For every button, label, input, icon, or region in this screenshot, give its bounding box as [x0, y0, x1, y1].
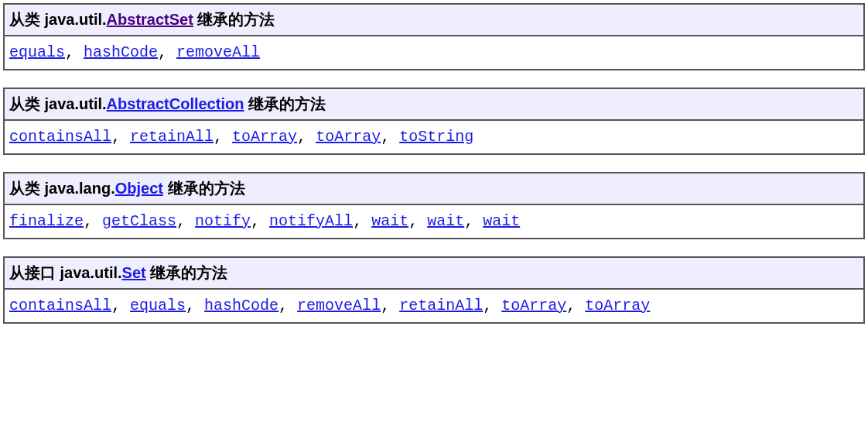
method-link[interactable]: wait	[483, 212, 520, 230]
method-link[interactable]: toArray	[585, 297, 650, 314]
method-link[interactable]: wait	[371, 212, 408, 230]
method-link[interactable]: containsAll	[9, 128, 111, 146]
method-link[interactable]: getClass	[102, 212, 176, 230]
method-link[interactable]: retainAll	[399, 297, 483, 314]
method-link[interactable]: equals	[9, 43, 65, 61]
separator: ,	[381, 128, 399, 146]
separator: ,	[65, 43, 84, 61]
method-link[interactable]: toArray	[316, 128, 381, 146]
header-prefix: 从类 java.lang.	[9, 180, 115, 197]
method-link[interactable]: retainAll	[130, 128, 214, 146]
method-link[interactable]: notify	[195, 212, 251, 230]
separator: ,	[251, 212, 269, 230]
method-link[interactable]: equals	[130, 297, 186, 314]
group-body: containsAll, retainAll, toArray, toArray…	[5, 121, 863, 153]
header-suffix: 继承的方法	[163, 180, 245, 197]
separator: ,	[483, 297, 501, 314]
method-link[interactable]: hashCode	[204, 297, 279, 314]
class-link[interactable]: AbstractSet	[107, 11, 193, 28]
method-link[interactable]: hashCode	[84, 43, 158, 61]
method-link[interactable]: toString	[399, 128, 473, 146]
group-body: finalize, getClass, notify, notifyAll, w…	[5, 205, 863, 238]
header-suffix: 继承的方法	[146, 264, 228, 281]
separator: ,	[84, 212, 102, 230]
method-link[interactable]: notifyAll	[269, 212, 353, 230]
separator: ,	[353, 212, 371, 230]
separator: ,	[111, 128, 130, 146]
header-prefix: 从类 java.util.	[9, 95, 107, 112]
separator: ,	[214, 128, 232, 146]
method-link[interactable]: wait	[427, 212, 464, 230]
separator: ,	[464, 212, 483, 230]
method-link[interactable]: removeAll	[176, 43, 260, 61]
group-header: 从类 java.lang.Object 继承的方法	[5, 173, 863, 205]
group-body: containsAll, equals, hashCode, removeAll…	[5, 290, 863, 322]
group-header: 从类 java.util.AbstractCollection 继承的方法	[5, 89, 863, 121]
group-body: equals, hashCode, removeAll	[5, 36, 863, 69]
separator: ,	[279, 297, 297, 314]
header-prefix: 从类 java.util.	[9, 11, 107, 28]
method-link[interactable]: finalize	[9, 212, 84, 230]
method-link[interactable]: toArray	[501, 297, 566, 314]
separator: ,	[111, 297, 130, 314]
inherited-methods-group: 从接口 java.util.Set 继承的方法containsAll, equa…	[3, 256, 865, 324]
separator: ,	[176, 212, 195, 230]
class-link[interactable]: Object	[115, 180, 163, 197]
separator: ,	[158, 43, 176, 61]
group-header: 从类 java.util.AbstractSet 继承的方法	[5, 5, 863, 36]
inherited-methods-group: 从类 java.lang.Object 继承的方法finalize, getCl…	[3, 172, 865, 239]
separator: ,	[381, 297, 399, 314]
method-link[interactable]: toArray	[232, 128, 297, 146]
method-link[interactable]: removeAll	[297, 297, 381, 314]
header-prefix: 从接口 java.util.	[9, 264, 122, 281]
header-suffix: 继承的方法	[244, 95, 326, 112]
group-header: 从接口 java.util.Set 继承的方法	[5, 258, 863, 290]
separator: ,	[408, 212, 427, 230]
separator: ,	[297, 128, 316, 146]
class-link[interactable]: Set	[122, 264, 146, 281]
separator: ,	[566, 297, 585, 314]
inherited-methods-group: 从类 java.util.AbstractCollection 继承的方法con…	[3, 88, 865, 155]
header-suffix: 继承的方法	[193, 11, 275, 28]
method-link[interactable]: containsAll	[9, 297, 111, 314]
class-link[interactable]: AbstractCollection	[107, 95, 244, 112]
inherited-methods-group: 从类 java.util.AbstractSet 继承的方法equals, ha…	[3, 3, 865, 70]
separator: ,	[186, 297, 204, 314]
